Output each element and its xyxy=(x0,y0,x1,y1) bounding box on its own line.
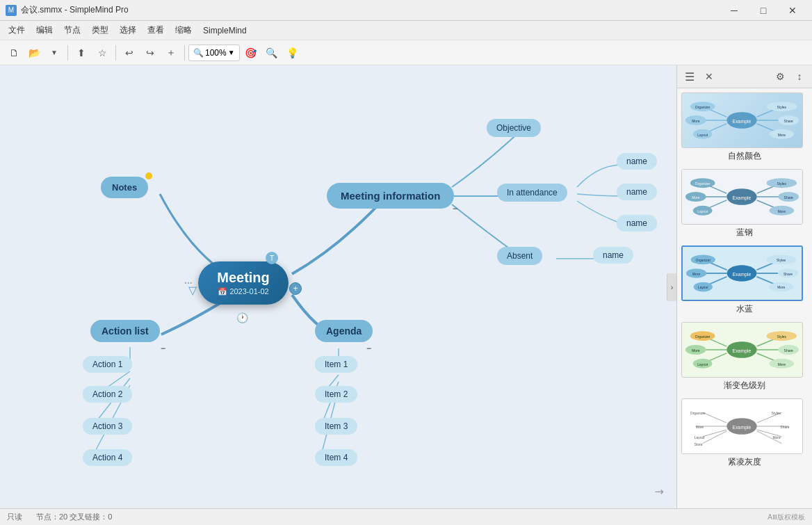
theme-blueprint-thumbnail[interactable]: Example xyxy=(681,169,803,225)
svg-text:More: More xyxy=(778,134,786,137)
action4-node[interactable]: Action 4 xyxy=(83,449,132,466)
theme-greymist-thumbnail[interactable]: Example More Organizer Layout xyxy=(681,398,803,454)
meeting-date: 📅 2023-01-02 xyxy=(218,287,268,296)
svg-text:More: More xyxy=(692,196,700,200)
item2-node[interactable]: Item 2 xyxy=(315,386,357,403)
menu-thumbnail[interactable]: 缩略 xyxy=(170,22,197,39)
action2-node[interactable]: Action 2 xyxy=(83,386,132,403)
export-button[interactable]: ⬆ xyxy=(72,43,91,63)
agenda-collapse[interactable]: − xyxy=(366,344,371,353)
minimize-button[interactable]: ─ xyxy=(720,0,748,21)
item1-label: Item 1 xyxy=(325,360,348,369)
search-button[interactable]: 🔍 xyxy=(262,43,282,63)
absent-node[interactable]: Absent xyxy=(497,247,542,265)
add-button[interactable]: ＋ xyxy=(161,43,181,63)
theme-gradient[interactable]: Example xyxy=(681,322,808,391)
themes-section: Example xyxy=(677,88,812,479)
svg-text:Layout: Layout xyxy=(697,210,708,213)
meeting-info-collapse[interactable]: − xyxy=(453,204,457,213)
titlebar: M 会议.smmx - SimpleMind Pro ─ □ ✕ xyxy=(0,0,812,21)
menu-view[interactable]: 查看 xyxy=(142,22,170,39)
light-button[interactable]: 💡 xyxy=(283,43,302,63)
agenda-node[interactable]: Agenda xyxy=(315,320,373,342)
toolbar-separator-3 xyxy=(184,45,185,60)
svg-text:Layout: Layout xyxy=(697,363,708,366)
canvas[interactable]: Notes Meeting information − Objective In… xyxy=(0,65,676,508)
window-title: 会议.smmx - SimpleMind Pro xyxy=(21,4,720,16)
theme-waterblue-thumbnail[interactable]: Example xyxy=(681,245,803,301)
open-button[interactable]: 📂 xyxy=(24,43,44,63)
right-panel: ☰ ✕ ⚙ ↕ Example xyxy=(676,65,812,508)
new-button[interactable]: 🗋 xyxy=(4,43,24,63)
name-node-2[interactable]: name xyxy=(617,184,657,200)
nodes-info: 节点：20 交叉链接：0 xyxy=(36,512,112,522)
notes-node[interactable]: Notes xyxy=(101,177,148,198)
svg-text:Share: Share xyxy=(783,273,793,276)
svg-text:Styles: Styles xyxy=(777,182,787,186)
panel-sort-button[interactable]: ↕ xyxy=(791,68,808,85)
meeting-information-label: Meeting information xyxy=(341,190,440,202)
menu-edit[interactable]: 编辑 xyxy=(31,22,58,39)
name-node-1[interactable]: name xyxy=(617,153,657,170)
theme-blueprint[interactable]: Example xyxy=(681,169,808,239)
meeting-label: Meeting xyxy=(217,270,270,286)
in-attendance-node[interactable]: In attendance xyxy=(497,184,567,202)
resize-handle[interactable]: ↗ xyxy=(651,483,667,499)
theme-greymist[interactable]: Example More Organizer Layout xyxy=(681,398,808,468)
agenda-label: Agenda xyxy=(326,325,362,337)
add-child-button[interactable]: + xyxy=(289,282,302,295)
menu-type[interactable]: 类型 xyxy=(86,22,114,39)
theme-gradient-thumbnail[interactable]: Example xyxy=(681,322,803,378)
menu-simplemind[interactable]: SimpleMind xyxy=(197,23,252,38)
undo-button[interactable]: ↩ xyxy=(120,43,139,63)
svg-text:Layout: Layout xyxy=(697,134,708,137)
objective-node[interactable]: Objective xyxy=(487,119,541,137)
action4-label: Action 4 xyxy=(92,453,122,462)
item4-node[interactable]: Item 4 xyxy=(315,449,357,466)
panel-collapse-button[interactable]: › xyxy=(667,273,676,301)
topic-type-button[interactable]: T xyxy=(266,252,278,264)
menu-file[interactable]: 文件 xyxy=(3,22,31,39)
zoom-button[interactable]: 🔍 100% ▼ xyxy=(188,45,240,61)
theme-waterblue[interactable]: Example xyxy=(681,245,808,315)
name-node-4[interactable]: name xyxy=(593,247,633,264)
central-meeting-node[interactable]: Meeting 📅 2023-01-02 ··· xyxy=(198,261,289,305)
svg-text:Store: Store xyxy=(695,443,703,446)
item1-node[interactable]: Item 1 xyxy=(315,356,357,373)
action3-label: Action 3 xyxy=(92,421,122,431)
favorite-button[interactable]: ☆ xyxy=(92,43,112,63)
name-node-3[interactable]: name xyxy=(617,215,657,232)
item3-node[interactable]: Item 3 xyxy=(315,418,357,435)
svg-text:Styles: Styles xyxy=(777,259,786,262)
menu-node[interactable]: 节点 xyxy=(58,22,86,39)
panel-close-button[interactable]: ✕ xyxy=(701,68,717,85)
svg-text:More: More xyxy=(778,363,786,366)
right-panel-header: ☰ ✕ ⚙ ↕ xyxy=(677,65,812,88)
notes-label: Notes xyxy=(112,182,137,193)
close-button[interactable]: ✕ xyxy=(779,0,806,21)
reminder-icon[interactable]: 🕐 xyxy=(236,312,248,323)
open-arrow-button[interactable]: ▼ xyxy=(44,43,64,63)
redo-button[interactable]: ↪ xyxy=(140,43,160,63)
app-icon: M xyxy=(6,5,17,16)
focus-button[interactable]: 🎯 xyxy=(241,43,261,63)
absent-label: Absent xyxy=(507,251,533,261)
menu-select[interactable]: 选择 xyxy=(114,22,142,39)
svg-text:Organizer: Organizer xyxy=(695,182,710,186)
action2-label: Action 2 xyxy=(92,389,122,399)
panel-theme-button[interactable]: ☰ xyxy=(681,68,698,85)
panel-scroll[interactable]: Example xyxy=(677,88,812,508)
meeting-information-node[interactable]: Meeting information xyxy=(327,183,454,209)
panel-settings-button[interactable]: ⚙ xyxy=(772,68,788,85)
action-list-collapse[interactable]: − xyxy=(161,344,165,353)
action-list-node[interactable]: Action list xyxy=(90,320,160,342)
theme-natural-thumbnail[interactable]: Example xyxy=(681,92,803,148)
name-4-label: name xyxy=(603,250,624,260)
expand-down-button[interactable]: ▽ xyxy=(188,284,197,297)
maximize-button[interactable]: □ xyxy=(749,0,777,21)
svg-text:Organizer: Organizer xyxy=(695,106,710,109)
action3-node[interactable]: Action 3 xyxy=(83,418,132,435)
theme-gradient-label: 渐变色级别 xyxy=(681,380,808,391)
theme-natural[interactable]: Example xyxy=(681,92,808,162)
action1-node[interactable]: Action 1 xyxy=(83,356,132,373)
